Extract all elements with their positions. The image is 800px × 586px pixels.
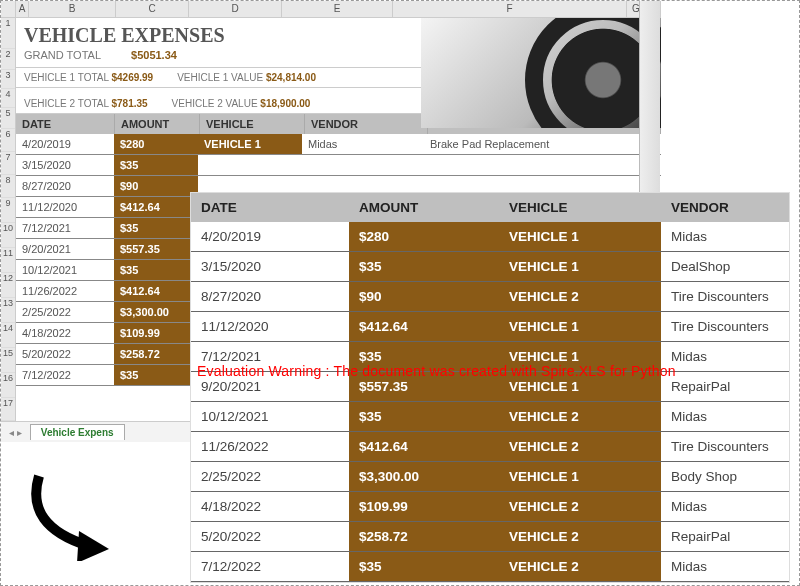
overlay-cell-date: 10/12/2021 [191, 402, 349, 431]
row-header[interactable]: 10 [1, 223, 15, 248]
overlay-cell-vehicle: VEHICLE 1 [499, 342, 661, 371]
cell-amount[interactable]: $280 [114, 134, 198, 154]
overlay-cell-vehicle: VEHICLE 2 [499, 522, 661, 551]
row-header[interactable]: 13 [1, 298, 15, 323]
overlay-cell-vendor: Midas [661, 402, 789, 431]
row-header[interactable]: 2 [1, 49, 15, 70]
overlay-cell-vehicle: VEHICLE 2 [499, 552, 661, 581]
overlay-cell-vehicle: VEHICLE 2 [499, 402, 661, 431]
row-header[interactable]: 1 [1, 18, 15, 49]
v2-total-value: $781.35 [111, 98, 147, 109]
row-header[interactable]: 3 [1, 70, 15, 89]
overlay-cell-amount: $258.72 [349, 522, 499, 551]
overlay-header-row: DATE AMOUNT VEHICLE VENDOR [191, 193, 789, 222]
overlay-cell-date: 9/20/2021 [191, 372, 349, 401]
cell-amount[interactable]: $90 [114, 176, 198, 196]
cell-date[interactable]: 8/27/2020 [16, 176, 114, 196]
table-row[interactable]: 3/15/2020$35 [16, 155, 661, 176]
cell-date[interactable]: 7/12/2021 [16, 218, 114, 238]
cell-amount[interactable]: $3,300.00 [114, 302, 198, 322]
col-header[interactable]: C [116, 1, 189, 17]
col-header[interactable]: F [393, 1, 627, 17]
cell-amount[interactable]: $412.64 [114, 197, 198, 217]
cell-date[interactable]: 3/15/2020 [16, 155, 114, 175]
overlay-cell-vendor: Tire Discounters [661, 282, 789, 311]
tab-nav-icon[interactable]: ◂ ▸ [1, 427, 30, 438]
overlay-cell-date: 2/25/2022 [191, 462, 349, 491]
cell-amount[interactable]: $557.35 [114, 239, 198, 259]
row-headers: 1 2 3 4 5 6 7 8 9 10 11 12 13 14 15 16 1… [1, 18, 16, 421]
row-header[interactable]: 8 [1, 175, 15, 198]
overlay-cell-amount: $35 [349, 342, 499, 371]
cell-amount[interactable]: $412.64 [114, 281, 198, 301]
canvas: A B C D E F G I 1 2 3 4 5 6 7 8 9 10 11 … [0, 0, 800, 586]
v1-value-label: VEHICLE 1 VALUE [177, 72, 263, 83]
overlay-cell-vehicle: VEHICLE 1 [499, 462, 661, 491]
row-header[interactable]: 11 [1, 248, 15, 273]
cell-date[interactable]: 7/12/2022 [16, 365, 114, 385]
overlay-cell-vehicle: VEHICLE 2 [499, 432, 661, 461]
overlay-row: 8/27/2020$90VEHICLE 2Tire Discounters [191, 282, 789, 312]
overlay-cell-date: 7/12/2021 [191, 342, 349, 371]
overlay-cell-amount: $35 [349, 552, 499, 581]
row-header[interactable]: 16 [1, 373, 15, 398]
overlay-row: 11/12/2020$412.64VEHICLE 1Tire Discounte… [191, 312, 789, 342]
col-vehicle: VEHICLE [200, 114, 305, 134]
cell-amount[interactable]: $35 [114, 155, 198, 175]
row-header[interactable]: 12 [1, 273, 15, 298]
grand-total-value: $5051.34 [131, 49, 177, 61]
row-header[interactable]: 9 [1, 198, 15, 223]
overlay-cell-date: 4/18/2022 [191, 492, 349, 521]
table-row[interactable]: 4/20/2019$280VEHICLE 1MidasBrake Pad Rep… [16, 134, 661, 155]
cell-date[interactable]: 4/20/2019 [16, 134, 114, 154]
cell-amount[interactable]: $109.99 [114, 323, 198, 343]
col-header[interactable]: B [29, 1, 116, 17]
overlay-cell-date: 3/15/2020 [191, 252, 349, 281]
select-all-cell[interactable] [1, 1, 16, 17]
overlay-col-vendor: VENDOR [661, 193, 789, 222]
overlay-cell-amount: $109.99 [349, 492, 499, 521]
overlay-cell-vendor: Midas [661, 342, 789, 371]
overlay-cell-vendor: DealShop [661, 252, 789, 281]
overlay-cell-vehicle: VEHICLE 1 [499, 312, 661, 341]
row-header[interactable]: 7 [1, 152, 15, 175]
row-header[interactable]: 6 [1, 129, 15, 152]
overlay-cell-amount: $35 [349, 252, 499, 281]
car-image [421, 18, 661, 128]
row-header[interactable]: 4 [1, 89, 15, 108]
overlay-col-vehicle: VEHICLE [499, 193, 661, 222]
v2-total-label: VEHICLE 2 TOTAL [24, 98, 109, 109]
overlay-row: 11/26/2022$412.64VEHICLE 2Tire Discounte… [191, 432, 789, 462]
col-header[interactable]: A [16, 1, 29, 17]
row-header[interactable]: 14 [1, 323, 15, 348]
cell-amount[interactable]: $35 [114, 218, 198, 238]
overlay-row: 5/20/2022$258.72VEHICLE 2RepairPal [191, 522, 789, 552]
overlay-cell-vendor: Body Shop [661, 462, 789, 491]
overlay-cell-amount: $412.64 [349, 312, 499, 341]
overlay-cell-vendor: Tire Discounters [661, 432, 789, 461]
grand-total-label: GRAND TOTAL [24, 49, 101, 61]
cell-date[interactable]: 2/25/2022 [16, 302, 114, 322]
cell-date[interactable]: 4/18/2022 [16, 323, 114, 343]
cell-date[interactable]: 10/12/2021 [16, 260, 114, 280]
overlay-cell-vehicle: VEHICLE 1 [499, 252, 661, 281]
cell-date[interactable]: 9/20/2021 [16, 239, 114, 259]
cell-description[interactable]: Brake Pad Replacement [424, 134, 661, 154]
cell-vehicle[interactable]: VEHICLE 1 [198, 134, 302, 154]
row-header[interactable]: 5 [1, 108, 15, 129]
tab-vehicle-expenses[interactable]: Vehicle Expens [30, 424, 125, 440]
cell-amount[interactable]: $35 [114, 260, 198, 280]
row-header[interactable]: 17 [1, 398, 15, 421]
cell-amount[interactable]: $35 [114, 365, 198, 385]
cell-date[interactable]: 11/26/2022 [16, 281, 114, 301]
overlay-cell-amount: $280 [349, 222, 499, 251]
cell-vendor[interactable]: Midas [302, 134, 424, 154]
cell-date[interactable]: 11/12/2020 [16, 197, 114, 217]
overlay-cell-vehicle: VEHICLE 2 [499, 282, 661, 311]
overlay-cell-date: 4/20/2019 [191, 222, 349, 251]
cell-amount[interactable]: $258.72 [114, 344, 198, 364]
cell-date[interactable]: 5/20/2022 [16, 344, 114, 364]
row-header[interactable]: 15 [1, 348, 15, 373]
col-header[interactable]: D [189, 1, 282, 17]
col-header[interactable]: E [282, 1, 393, 17]
